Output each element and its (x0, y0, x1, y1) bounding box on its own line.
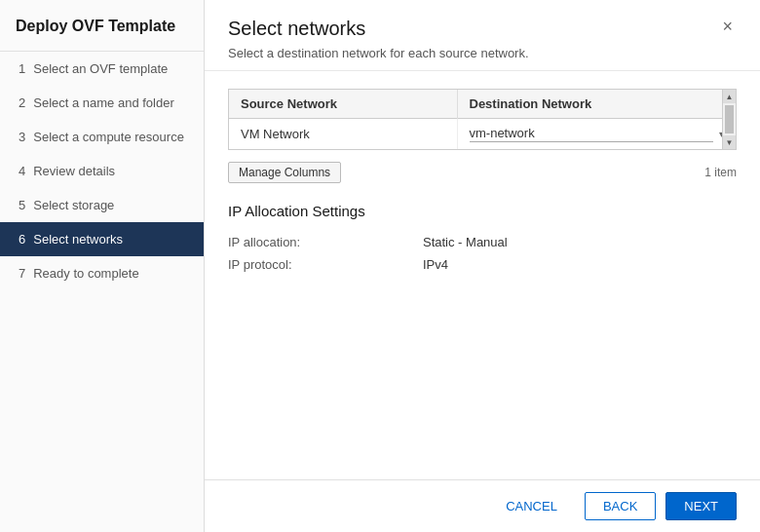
sidebar-item-label-1: Select an OVF template (33, 61, 168, 76)
sidebar-item-4[interactable]: 4 Review details (0, 154, 204, 188)
step-num-6: 6 (19, 232, 25, 247)
sidebar-item-label-7: Ready to complete (33, 266, 138, 281)
ip-protocol-label: IP protocol: (228, 257, 423, 272)
ip-protocol-row: IP protocol: IPv4 (228, 253, 737, 276)
col-destination-header: Destination Network (457, 90, 736, 119)
step-num-1: 1 (19, 61, 25, 76)
ip-section-title: IP Allocation Settings (228, 203, 737, 219)
cancel-button[interactable]: CANCEL (488, 492, 575, 520)
step-num-3: 3 (19, 130, 25, 144)
close-button[interactable]: × (718, 18, 737, 35)
network-table-wrap: Source Network Destination Network VM Ne… (228, 89, 737, 150)
sidebar-item-7[interactable]: 7 Ready to complete (0, 256, 204, 290)
table-footer: Manage Columns 1 item (228, 158, 737, 187)
page-subtitle: Select a destination network for each so… (228, 46, 718, 60)
footer: CANCEL BACK NEXT (205, 479, 760, 532)
header-text: Select networks Select a destination net… (228, 18, 718, 60)
ip-protocol-value: IPv4 (423, 257, 448, 272)
sidebar: Deploy OVF Template 1 Select an OVF temp… (0, 0, 205, 532)
scroll-up-button[interactable]: ▲ (723, 90, 736, 103)
step-num-4: 4 (19, 164, 25, 178)
sidebar-item-1[interactable]: 1 Select an OVF template (0, 52, 204, 86)
destination-network-value: vm-network (470, 126, 535, 140)
sidebar-item-label-3: Select a compute resource (33, 130, 184, 144)
back-button[interactable]: BACK (585, 492, 656, 520)
step-num-5: 5 (19, 198, 25, 212)
source-network-cell: VM Network (229, 119, 457, 150)
col-source-header: Source Network (229, 90, 457, 119)
sidebar-item-3[interactable]: 3 Select a compute resource (0, 120, 204, 154)
dialog: Deploy OVF Template 1 Select an OVF temp… (0, 0, 760, 532)
scroll-down-button[interactable]: ▼ (723, 135, 736, 149)
sidebar-title: Deploy OVF Template (0, 0, 204, 52)
sidebar-item-2[interactable]: 2 Select a name and folder (0, 86, 204, 120)
sidebar-item-label-6: Select networks (33, 232, 123, 247)
scrollbar[interactable]: ▲ ▼ (722, 90, 736, 149)
ip-allocation-label: IP allocation: (228, 235, 423, 249)
main-header: Select networks Select a destination net… (205, 0, 760, 71)
step-num-2: 2 (19, 95, 25, 110)
main-panel: Select networks Select a destination net… (205, 0, 760, 532)
sidebar-item-5[interactable]: 5 Select storage (0, 188, 204, 222)
network-table: Source Network Destination Network VM Ne… (229, 90, 736, 149)
ip-allocation-value: Static - Manual (423, 235, 508, 249)
sidebar-item-label-5: Select storage (33, 198, 114, 212)
content-area: Source Network Destination Network VM Ne… (205, 71, 760, 479)
table-row: VM Network vm-network ▾ (229, 119, 736, 150)
sidebar-item-label-2: Select a name and folder (33, 95, 174, 110)
next-button[interactable]: NEXT (665, 492, 737, 520)
page-title: Select networks (228, 18, 718, 40)
item-count: 1 item (704, 166, 737, 179)
dest-underline: vm-network (470, 126, 714, 142)
ip-allocation-row: IP allocation: Static - Manual (228, 231, 737, 253)
scroll-thumb[interactable] (725, 105, 734, 133)
step-num-7: 7 (19, 266, 25, 281)
destination-network-cell[interactable]: vm-network ▾ (457, 119, 736, 150)
sidebar-item-6[interactable]: 6 Select networks (0, 222, 204, 256)
manage-columns-button[interactable]: Manage Columns (228, 162, 341, 183)
sidebar-item-label-4: Review details (33, 164, 115, 178)
